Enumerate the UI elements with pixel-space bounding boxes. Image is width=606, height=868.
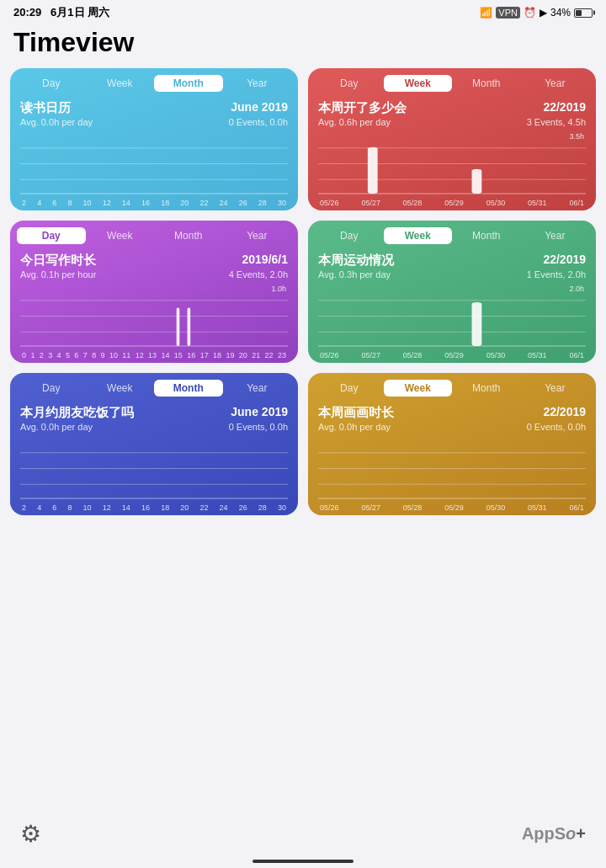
x-label: 8 bbox=[92, 351, 96, 359]
x-label: 2 bbox=[40, 351, 44, 359]
tab-week[interactable]: Week bbox=[86, 75, 155, 92]
x-label: 05/26 bbox=[320, 351, 339, 359]
x-label: 16 bbox=[141, 199, 150, 207]
tab-month[interactable]: Month bbox=[154, 75, 223, 92]
card-avg: Avg. 0.0h per day bbox=[20, 422, 93, 432]
tab-month[interactable]: Month bbox=[154, 380, 223, 397]
card-stats: 3 Events, 4.5h bbox=[527, 117, 586, 127]
x-label: 05/29 bbox=[444, 351, 464, 359]
x-label: 05/26 bbox=[320, 199, 339, 207]
card-writing[interactable]: DayWeekMonthYear今日写作时长2019/6/1Avg. 0.1h … bbox=[10, 221, 298, 363]
home-indicator bbox=[252, 860, 354, 863]
x-label: 05/28 bbox=[403, 351, 423, 359]
chart-x-labels: 05/2605/2705/2805/2905/3005/3106/1 bbox=[318, 199, 586, 207]
x-label: 15 bbox=[174, 351, 183, 359]
x-label: 05/31 bbox=[528, 503, 547, 512]
card-tabs: DayWeekMonthYear bbox=[308, 221, 596, 248]
card-reading[interactable]: DayWeekMonthYear读书日历June 2019Avg. 0.0h p… bbox=[10, 68, 298, 210]
card-sub-row: Avg. 0.6h per day3 Events, 4.5h bbox=[318, 116, 586, 127]
card-dinner[interactable]: DayWeekMonthYear本月约朋友吃饭了吗June 2019Avg. 0… bbox=[10, 373, 298, 515]
x-label: 2 bbox=[22, 503, 26, 512]
chart-max-label: 1.0h bbox=[271, 285, 286, 293]
card-content: 本周运动情况22/2019Avg. 0.3h per day1 Events, … bbox=[308, 248, 596, 359]
x-label: 14 bbox=[161, 351, 169, 359]
card-content: 今日写作时长2019/6/1Avg. 0.1h per hour4 Events… bbox=[10, 248, 298, 359]
card-header: 本月约朋友吃饭了吗June 2019 bbox=[20, 405, 288, 421]
tab-year[interactable]: Year bbox=[521, 75, 590, 92]
tab-week[interactable]: Week bbox=[86, 380, 155, 397]
chart-max-label: 2.0h bbox=[569, 285, 584, 293]
card-title: 本月约朋友吃饭了吗 bbox=[20, 405, 134, 421]
x-label: 0 bbox=[22, 351, 26, 359]
tab-day[interactable]: Day bbox=[17, 380, 86, 397]
chart-x-labels: 24681012141618202224262830 bbox=[20, 199, 288, 207]
x-label: 11 bbox=[122, 351, 130, 359]
x-label: 05/28 bbox=[403, 199, 423, 207]
card-content: 本月约朋友吃饭了吗June 2019Avg. 0.0h per day0 Eve… bbox=[10, 400, 298, 512]
tab-day[interactable]: Day bbox=[17, 75, 86, 92]
status-time-date: 20:29 6月1日 周六 bbox=[13, 5, 109, 20]
card-meeting[interactable]: DayWeekMonthYear本周开了多少会22/2019Avg. 0.6h … bbox=[308, 68, 596, 210]
card-avg: Avg. 0.6h per day bbox=[318, 117, 391, 127]
chart-area: 2.0h05/2605/2705/2805/2905/3005/3106/1 bbox=[318, 285, 586, 359]
card-content: 读书日历June 2019Avg. 0.0h per day0 Events, … bbox=[10, 95, 298, 207]
card-stats: 1 Events, 2.0h bbox=[527, 269, 586, 280]
card-header: 本周开了多少会22/2019 bbox=[318, 100, 586, 116]
tab-year[interactable]: Year bbox=[521, 227, 590, 244]
card-header: 读书日历June 2019 bbox=[20, 100, 288, 116]
tab-year[interactable]: Year bbox=[223, 227, 292, 244]
chart-svg bbox=[318, 285, 586, 348]
tab-month[interactable]: Month bbox=[452, 227, 521, 244]
battery-label: 34% bbox=[550, 7, 571, 19]
cards-grid: DayWeekMonthYear读书日历June 2019Avg. 0.0h p… bbox=[0, 68, 606, 525]
tab-month[interactable]: Month bbox=[154, 227, 223, 244]
x-label: 13 bbox=[148, 351, 157, 359]
tab-day[interactable]: Day bbox=[315, 380, 384, 397]
x-label: 05/29 bbox=[444, 199, 464, 207]
x-label: 26 bbox=[239, 199, 247, 207]
x-label: 23 bbox=[278, 351, 286, 359]
card-title: 本周画画时长 bbox=[318, 405, 394, 421]
card-drawing[interactable]: DayWeekMonthYear本周画画时长22/2019Avg. 0.0h p… bbox=[308, 373, 596, 515]
card-exercise[interactable]: DayWeekMonthYear本周运动情况22/2019Avg. 0.3h p… bbox=[308, 221, 596, 363]
x-label: 05/30 bbox=[486, 503, 506, 512]
card-date: 22/2019 bbox=[543, 405, 586, 418]
tab-year[interactable]: Year bbox=[223, 380, 292, 397]
settings-icon[interactable]: ⚙ bbox=[20, 820, 41, 848]
tab-week[interactable]: Week bbox=[384, 227, 453, 244]
tab-month[interactable]: Month bbox=[452, 380, 521, 397]
tab-week[interactable]: Week bbox=[384, 380, 453, 397]
vpn-badge: VPN bbox=[496, 7, 520, 19]
chart-area: 24681012141618202224262830 bbox=[20, 437, 288, 512]
chart-svg bbox=[20, 132, 288, 195]
tab-month[interactable]: Month bbox=[452, 75, 521, 92]
x-label: 14 bbox=[122, 503, 130, 512]
tab-day[interactable]: Day bbox=[315, 75, 384, 92]
tab-day[interactable]: Day bbox=[17, 227, 86, 244]
x-label: 16 bbox=[141, 503, 150, 512]
status-bar: 20:29 6月1日 周六 📶 VPN ⏰ ▶ 34% bbox=[0, 0, 606, 24]
x-label: 14 bbox=[122, 199, 130, 207]
card-title: 读书日历 bbox=[20, 100, 71, 116]
x-label: 4 bbox=[37, 199, 41, 207]
chart-area: 1.0h012345678910111213141516171819202122… bbox=[20, 285, 288, 359]
chart-bar bbox=[472, 302, 482, 346]
status-icons: 📶 VPN ⏰ ▶ 34% bbox=[480, 7, 593, 19]
chart-area: 05/2605/2705/2805/2905/3005/3106/1 bbox=[318, 437, 586, 512]
tab-year[interactable]: Year bbox=[521, 380, 590, 397]
tab-week[interactable]: Week bbox=[86, 227, 155, 244]
x-label: 05/31 bbox=[528, 351, 547, 359]
x-label: 4 bbox=[37, 503, 41, 512]
card-tabs: DayWeekMonthYear bbox=[10, 68, 298, 95]
add-icon[interactable]: + bbox=[576, 824, 586, 843]
card-header: 本周画画时长22/2019 bbox=[318, 405, 586, 421]
card-date: 22/2019 bbox=[543, 100, 586, 114]
chart-max-label: 3.5h bbox=[569, 132, 584, 141]
tab-day[interactable]: Day bbox=[315, 227, 384, 244]
card-date: June 2019 bbox=[231, 100, 288, 114]
tab-week[interactable]: Week bbox=[384, 75, 453, 92]
card-sub-row: Avg. 0.3h per day1 Events, 2.0h bbox=[318, 269, 586, 280]
tab-year[interactable]: Year bbox=[223, 75, 292, 92]
x-label: 24 bbox=[220, 199, 228, 207]
x-label: 12 bbox=[103, 199, 111, 207]
